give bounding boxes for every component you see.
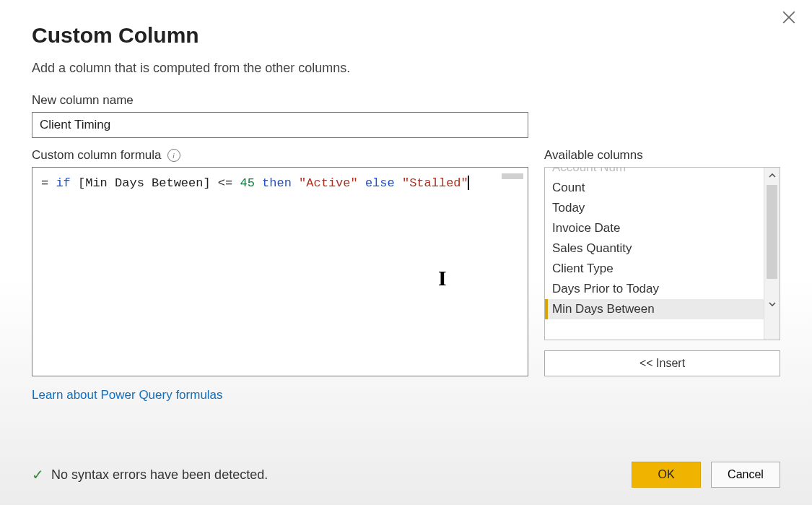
- close-button[interactable]: [779, 7, 799, 27]
- formula-token-eq: =: [41, 176, 48, 190]
- list-item[interactable]: Min Days Between: [545, 299, 764, 319]
- formula-token-then: then: [262, 176, 292, 190]
- info-icon[interactable]: i: [167, 149, 180, 162]
- list-item[interactable]: Count: [545, 178, 764, 198]
- scroll-down-icon[interactable]: [764, 296, 780, 312]
- scroll-up-icon[interactable]: [764, 168, 780, 184]
- formula-token-if: if: [56, 176, 70, 190]
- formula-token-else: else: [365, 176, 395, 190]
- text-caret: [468, 176, 469, 190]
- formula-token-str2: "Stalled": [402, 176, 468, 190]
- formula-editor[interactable]: = if [Min Days Between] <= 45 then "Acti…: [32, 167, 528, 376]
- formula-token-col: [Min Days Between]: [78, 176, 211, 190]
- list-item[interactable]: Days Prior to Today: [545, 279, 764, 299]
- mouse-cursor-ibeam: I: [438, 263, 447, 293]
- dialog-title: Custom Column: [32, 23, 780, 48]
- formula-token-op: <=: [218, 176, 232, 190]
- list-item[interactable]: Today: [545, 198, 764, 218]
- column-name-input[interactable]: [32, 112, 528, 138]
- scroll-thumb[interactable]: [767, 185, 777, 279]
- learn-link[interactable]: Learn about Power Query formulas: [32, 388, 223, 402]
- ok-button[interactable]: OK: [632, 462, 701, 488]
- dialog-footer: ✓ No syntax errors have been detected. O…: [32, 462, 780, 488]
- available-columns-items: Account Num CountTodayInvoice DateSales …: [545, 168, 764, 340]
- formula-token-str1: "Active": [299, 176, 358, 190]
- insert-button[interactable]: << Insert: [544, 350, 780, 376]
- status-text: No syntax errors have been detected.: [51, 467, 268, 483]
- formula-token-num: 45: [240, 176, 254, 190]
- dialog-subtitle: Add a column that is computed from the o…: [32, 61, 780, 76]
- column-name-label: New column name: [32, 93, 780, 108]
- list-item[interactable]: Client Type: [545, 259, 764, 279]
- custom-column-dialog: Custom Column Add a column that is compu…: [0, 0, 812, 505]
- list-item[interactable]: Account Num: [545, 168, 764, 178]
- close-icon: [782, 11, 795, 24]
- available-columns-list[interactable]: Account Num CountTodayInvoice DateSales …: [544, 167, 780, 340]
- list-item[interactable]: Sales Quantity: [545, 238, 764, 259]
- cancel-button[interactable]: Cancel: [711, 462, 780, 488]
- formula-label: Custom column formula: [32, 148, 162, 163]
- available-columns-label: Available columns: [544, 148, 780, 163]
- dialog-content: Custom Column Add a column that is compu…: [0, 0, 812, 402]
- editor-minimap: [502, 173, 523, 179]
- check-icon: ✓: [32, 467, 44, 482]
- syntax-status: ✓ No syntax errors have been detected.: [32, 467, 268, 483]
- list-scrollbar[interactable]: [764, 168, 780, 340]
- list-item[interactable]: Invoice Date: [545, 218, 764, 238]
